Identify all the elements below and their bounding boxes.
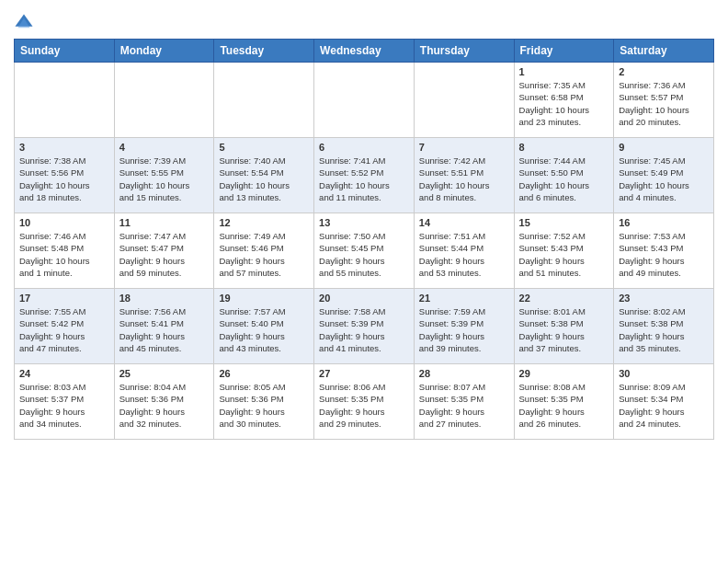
day-number: 25 <box>119 368 210 379</box>
day-cell: 16Sunrise: 7:53 AMSunset: 5:43 PMDayligh… <box>614 213 714 289</box>
day-cell: 26Sunrise: 8:05 AMSunset: 5:36 PMDayligh… <box>214 364 314 440</box>
weekday-header-row: SundayMondayTuesdayWednesdayThursdayFrid… <box>15 40 714 63</box>
day-cell: 3Sunrise: 7:38 AMSunset: 5:56 PMDaylight… <box>15 138 115 213</box>
day-cell: 17Sunrise: 7:55 AMSunset: 5:42 PMDayligh… <box>15 289 115 364</box>
day-info: Sunrise: 8:08 AMSunset: 5:35 PMDaylight:… <box>519 381 609 430</box>
day-cell: 10Sunrise: 7:46 AMSunset: 5:48 PMDayligh… <box>15 213 115 289</box>
day-info: Sunrise: 7:49 AMSunset: 5:46 PMDaylight:… <box>219 230 309 279</box>
calendar-table: SundayMondayTuesdayWednesdayThursdayFrid… <box>14 39 714 440</box>
weekday-header-tuesday: Tuesday <box>214 40 314 63</box>
day-info: Sunrise: 7:39 AMSunset: 5:55 PMDaylight:… <box>119 155 210 203</box>
day-info: Sunrise: 7:36 AMSunset: 5:57 PMDaylight:… <box>619 79 709 128</box>
day-number: 21 <box>419 293 509 304</box>
day-cell: 28Sunrise: 8:07 AMSunset: 5:35 PMDayligh… <box>414 364 514 440</box>
day-cell: 1Sunrise: 7:35 AMSunset: 6:58 PMDaylight… <box>514 63 614 138</box>
logo <box>14 13 36 33</box>
day-cell: 7Sunrise: 7:42 AMSunset: 5:51 PMDaylight… <box>414 138 514 213</box>
day-number: 27 <box>319 368 409 379</box>
day-number: 4 <box>119 142 210 153</box>
day-number: 3 <box>19 142 109 153</box>
day-info: Sunrise: 7:47 AMSunset: 5:47 PMDaylight:… <box>119 230 210 279</box>
day-info: Sunrise: 7:52 AMSunset: 5:43 PMDaylight:… <box>519 230 609 279</box>
day-number: 7 <box>419 142 509 153</box>
weekday-header-monday: Monday <box>114 40 214 63</box>
day-number: 11 <box>119 217 210 228</box>
day-number: 8 <box>519 142 609 153</box>
day-number: 24 <box>19 368 109 379</box>
day-cell: 5Sunrise: 7:40 AMSunset: 5:54 PMDaylight… <box>214 138 314 213</box>
day-number: 22 <box>519 293 609 304</box>
day-info: Sunrise: 8:05 AMSunset: 5:36 PMDaylight:… <box>219 381 309 430</box>
day-info: Sunrise: 8:06 AMSunset: 5:35 PMDaylight:… <box>319 381 409 430</box>
day-number: 14 <box>419 217 509 228</box>
day-info: Sunrise: 7:56 AMSunset: 5:41 PMDaylight:… <box>119 305 210 354</box>
day-cell: 6Sunrise: 7:41 AMSunset: 5:52 PMDaylight… <box>314 138 415 213</box>
day-cell: 30Sunrise: 8:09 AMSunset: 5:34 PMDayligh… <box>614 364 714 440</box>
day-cell: 21Sunrise: 7:59 AMSunset: 5:39 PMDayligh… <box>414 289 514 364</box>
day-cell: 18Sunrise: 7:56 AMSunset: 5:41 PMDayligh… <box>114 289 214 364</box>
day-info: Sunrise: 8:02 AMSunset: 5:38 PMDaylight:… <box>619 305 709 354</box>
week-row-2: 3Sunrise: 7:38 AMSunset: 5:56 PMDaylight… <box>15 138 714 213</box>
day-cell: 14Sunrise: 7:51 AMSunset: 5:44 PMDayligh… <box>414 213 514 289</box>
day-info: Sunrise: 8:03 AMSunset: 5:37 PMDaylight:… <box>19 381 109 430</box>
day-cell: 15Sunrise: 7:52 AMSunset: 5:43 PMDayligh… <box>514 213 614 289</box>
day-info: Sunrise: 7:38 AMSunset: 5:56 PMDaylight:… <box>19 155 109 203</box>
day-number: 12 <box>219 217 309 228</box>
day-number: 26 <box>219 368 309 379</box>
day-cell: 19Sunrise: 7:57 AMSunset: 5:40 PMDayligh… <box>214 289 314 364</box>
day-cell: 25Sunrise: 8:04 AMSunset: 5:36 PMDayligh… <box>114 364 214 440</box>
day-number: 18 <box>119 293 210 304</box>
day-info: Sunrise: 7:58 AMSunset: 5:39 PMDaylight:… <box>319 305 409 354</box>
day-info: Sunrise: 7:41 AMSunset: 5:52 PMDaylight:… <box>319 155 409 203</box>
day-cell: 8Sunrise: 7:44 AMSunset: 5:50 PMDaylight… <box>514 138 614 213</box>
day-number: 29 <box>519 368 609 379</box>
day-number: 5 <box>219 142 309 153</box>
day-info: Sunrise: 7:57 AMSunset: 5:40 PMDaylight:… <box>219 305 309 354</box>
week-row-4: 17Sunrise: 7:55 AMSunset: 5:42 PMDayligh… <box>15 289 714 364</box>
day-number: 30 <box>619 368 709 379</box>
day-info: Sunrise: 7:53 AMSunset: 5:43 PMDaylight:… <box>619 230 709 279</box>
day-number: 13 <box>319 217 409 228</box>
day-info: Sunrise: 7:46 AMSunset: 5:48 PMDaylight:… <box>19 230 109 279</box>
calendar-page: SundayMondayTuesdayWednesdayThursdayFrid… <box>0 0 728 454</box>
day-info: Sunrise: 8:04 AMSunset: 5:36 PMDaylight:… <box>119 381 210 430</box>
weekday-header-saturday: Saturday <box>614 40 714 63</box>
day-number: 28 <box>419 368 509 379</box>
day-cell: 4Sunrise: 7:39 AMSunset: 5:55 PMDaylight… <box>114 138 214 213</box>
logo-icon <box>14 13 34 33</box>
day-cell: 22Sunrise: 8:01 AMSunset: 5:38 PMDayligh… <box>514 289 614 364</box>
day-cell <box>15 63 115 138</box>
day-info: Sunrise: 8:09 AMSunset: 5:34 PMDaylight:… <box>619 381 709 430</box>
weekday-header-thursday: Thursday <box>414 40 514 63</box>
day-info: Sunrise: 7:42 AMSunset: 5:51 PMDaylight:… <box>419 155 509 203</box>
day-number: 16 <box>619 217 709 228</box>
day-number: 9 <box>619 142 709 153</box>
day-cell <box>414 63 514 138</box>
weekday-header-sunday: Sunday <box>15 40 115 63</box>
header <box>14 9 714 33</box>
weekday-header-friday: Friday <box>514 40 614 63</box>
day-cell: 27Sunrise: 8:06 AMSunset: 5:35 PMDayligh… <box>314 364 415 440</box>
day-number: 2 <box>619 66 709 77</box>
day-cell: 9Sunrise: 7:45 AMSunset: 5:49 PMDaylight… <box>614 138 714 213</box>
day-info: Sunrise: 7:40 AMSunset: 5:54 PMDaylight:… <box>219 155 309 203</box>
day-cell: 13Sunrise: 7:50 AMSunset: 5:45 PMDayligh… <box>314 213 415 289</box>
week-row-3: 10Sunrise: 7:46 AMSunset: 5:48 PMDayligh… <box>15 213 714 289</box>
week-row-1: 1Sunrise: 7:35 AMSunset: 6:58 PMDaylight… <box>15 63 714 138</box>
day-cell: 29Sunrise: 8:08 AMSunset: 5:35 PMDayligh… <box>514 364 614 440</box>
day-number: 17 <box>19 293 109 304</box>
day-number: 15 <box>519 217 609 228</box>
day-info: Sunrise: 8:07 AMSunset: 5:35 PMDaylight:… <box>419 381 509 430</box>
day-number: 20 <box>319 293 409 304</box>
day-number: 1 <box>519 66 609 77</box>
day-cell <box>314 63 415 138</box>
day-info: Sunrise: 7:50 AMSunset: 5:45 PMDaylight:… <box>319 230 409 279</box>
day-number: 6 <box>319 142 409 153</box>
day-number: 23 <box>619 293 709 304</box>
day-cell: 20Sunrise: 7:58 AMSunset: 5:39 PMDayligh… <box>314 289 415 364</box>
day-info: Sunrise: 8:01 AMSunset: 5:38 PMDaylight:… <box>519 305 609 354</box>
day-info: Sunrise: 7:35 AMSunset: 6:58 PMDaylight:… <box>519 79 609 128</box>
day-cell: 24Sunrise: 8:03 AMSunset: 5:37 PMDayligh… <box>15 364 115 440</box>
day-cell: 23Sunrise: 8:02 AMSunset: 5:38 PMDayligh… <box>614 289 714 364</box>
day-number: 19 <box>219 293 309 304</box>
